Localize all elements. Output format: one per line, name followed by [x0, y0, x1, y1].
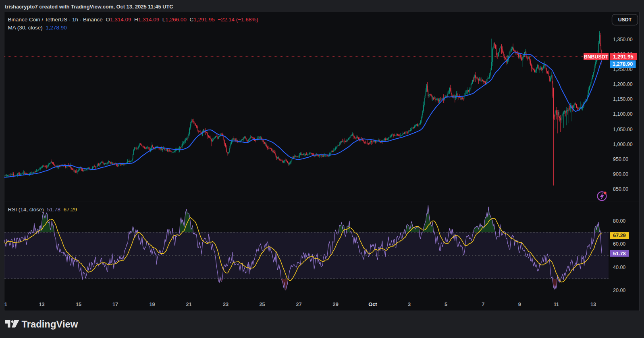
svg-text:USDT: USDT — [618, 17, 632, 23]
svg-text:1,000.00: 1,000.00 — [613, 142, 633, 147]
svg-text:80.00: 80.00 — [613, 218, 625, 224]
svg-text:51.78: 51.78 — [613, 251, 625, 257]
svg-text:Binance Coin / TetherUS · 1h ·: Binance Coin / TetherUS · 1h · Binance O… — [8, 17, 258, 23]
svg-text:20.00: 20.00 — [613, 288, 625, 293]
svg-text:1,350.00: 1,350.00 — [613, 37, 633, 42]
svg-text:BNBUSDT: BNBUSDT — [584, 54, 609, 60]
svg-text:23: 23 — [223, 301, 229, 307]
svg-text:15: 15 — [76, 301, 81, 307]
svg-text:19: 19 — [149, 301, 155, 307]
svg-text:950.00: 950.00 — [613, 156, 628, 162]
svg-text:1,278.90: 1,278.90 — [613, 61, 633, 67]
svg-text:9: 9 — [518, 301, 521, 307]
svg-text:trishacrypto7 created with Tra: trishacrypto7 created with TradingView.c… — [5, 4, 173, 10]
svg-text:7: 7 — [482, 301, 484, 307]
svg-text:40.00: 40.00 — [613, 265, 625, 270]
svg-text:27: 27 — [296, 301, 301, 307]
svg-text:17: 17 — [112, 301, 118, 307]
svg-text:21: 21 — [186, 301, 191, 307]
svg-text:13: 13 — [39, 301, 44, 307]
svg-text:MA (30, close) 1,278.90: MA (30, close) 1,278.90 — [8, 25, 67, 31]
svg-text:11: 11 — [554, 301, 559, 307]
svg-text:29: 29 — [333, 301, 339, 307]
svg-text:1,291.95: 1,291.95 — [613, 54, 634, 60]
svg-text:900.00: 900.00 — [613, 171, 628, 177]
svg-text:13: 13 — [590, 301, 596, 307]
svg-text:67.29: 67.29 — [613, 233, 625, 238]
svg-text:850.00: 850.00 — [613, 186, 628, 192]
svg-text:1,200.00: 1,200.00 — [613, 81, 633, 87]
svg-text:RSI (14, close) 51.78 67.29: RSI (14, close) 51.78 67.29 — [8, 207, 77, 213]
svg-text:3: 3 — [408, 301, 411, 307]
svg-text:60.00: 60.00 — [613, 241, 625, 247]
svg-text:1,100.00: 1,100.00 — [613, 111, 633, 117]
svg-text:1,050.00: 1,050.00 — [613, 127, 633, 132]
svg-text:25: 25 — [259, 301, 265, 307]
svg-text:5: 5 — [445, 301, 447, 307]
svg-text:1,150.00: 1,150.00 — [613, 96, 633, 102]
svg-text:1: 1 — [4, 301, 7, 307]
svg-text:Oct: Oct — [368, 301, 377, 307]
svg-text:TradingView: TradingView — [22, 319, 78, 330]
